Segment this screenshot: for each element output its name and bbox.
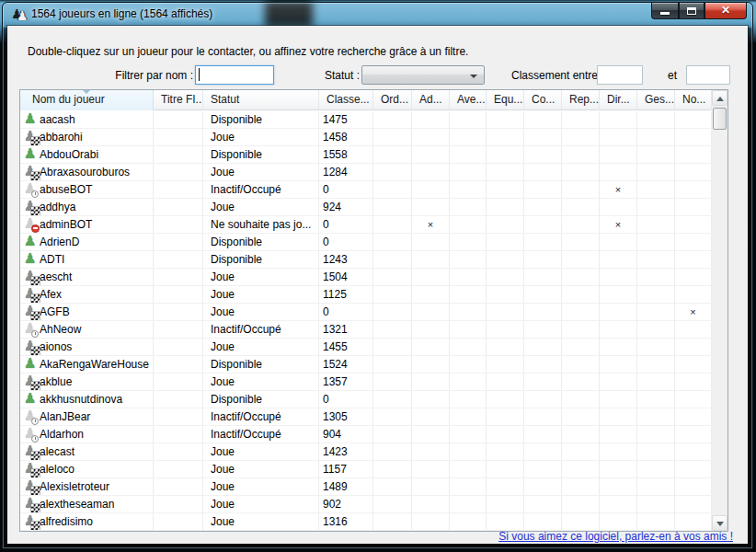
no-cell bbox=[675, 356, 712, 373]
player-row[interactable]: alfredisimoJoue1316 bbox=[20, 513, 712, 531]
column-header-ges[interactable]: Ges... bbox=[637, 90, 675, 110]
player-name-cell: akblue bbox=[20, 374, 154, 390]
player-name: aleloco bbox=[40, 461, 74, 477]
player-row[interactable]: AdrienDDisponible0 bbox=[20, 234, 712, 251]
player-row[interactable]: addhyaJoue924 bbox=[20, 199, 712, 216]
close-button[interactable]: ✕ bbox=[704, 3, 747, 19]
player-row[interactable]: AbdouOrabiDisponible1558 bbox=[20, 146, 712, 164]
pawn-playing-icon bbox=[23, 270, 38, 285]
rep-cell bbox=[562, 251, 600, 268]
maximize-button[interactable] bbox=[679, 3, 704, 19]
checkerboard-badge-icon bbox=[31, 277, 40, 285]
column-header-statut[interactable]: Statut bbox=[203, 90, 319, 110]
player-row[interactable]: AlanJBearInactif/Occupé1305 bbox=[20, 408, 712, 426]
column-header-ord[interactable]: Ord... bbox=[373, 90, 412, 110]
ad-cell bbox=[412, 146, 450, 163]
rating-max-input[interactable] bbox=[686, 65, 730, 85]
rep-cell bbox=[562, 426, 600, 443]
ad-cell bbox=[412, 339, 450, 355]
player-row[interactable]: alextheseamanJoue902 bbox=[20, 496, 712, 513]
column-header-titre[interactable]: Titre FI... bbox=[154, 90, 203, 110]
ave-cell bbox=[450, 216, 487, 233]
ave-cell bbox=[450, 496, 487, 512]
column-header-ad[interactable]: Ad... bbox=[412, 90, 450, 110]
ges-cell bbox=[637, 216, 675, 233]
ad-cell bbox=[412, 443, 450, 460]
player-row[interactable]: AfexJoue1125 bbox=[20, 286, 712, 304]
statut-cell: Inactif/Occupé bbox=[203, 426, 319, 443]
column-header-equ[interactable]: Equ... bbox=[487, 90, 524, 110]
classe-cell: 1458 bbox=[319, 129, 373, 145]
ord-cell bbox=[373, 496, 412, 512]
equ-cell bbox=[487, 251, 524, 268]
ges-cell bbox=[637, 496, 675, 512]
no-cell bbox=[675, 111, 712, 128]
share-software-link[interactable]: Si vous aimez ce logiciel, parlez-en à v… bbox=[498, 530, 733, 543]
player-name-cell: addhya bbox=[20, 199, 154, 215]
player-name: abuseBOT bbox=[40, 181, 92, 198]
player-row[interactable]: AGFBJoue0× bbox=[20, 304, 712, 321]
player-row[interactable]: AldarhonInactif/Occupé904 bbox=[20, 426, 712, 443]
titre-cell bbox=[154, 374, 203, 390]
co-cell bbox=[524, 408, 562, 425]
scroll-down-button[interactable] bbox=[712, 515, 727, 531]
player-row[interactable]: aacashDisponible1475 bbox=[20, 111, 712, 129]
ord-cell bbox=[373, 461, 412, 477]
player-row[interactable]: akblueJoue1357 bbox=[20, 374, 712, 391]
classe-cell: 1489 bbox=[319, 478, 373, 495]
ges-cell bbox=[637, 374, 675, 390]
player-row[interactable]: aionosJoue1455 bbox=[20, 339, 712, 356]
vertical-scrollbar[interactable] bbox=[712, 90, 727, 531]
player-row[interactable]: AkaRengaWareHouseDisponible1524 bbox=[20, 356, 712, 374]
player-row[interactable]: AhNeowInactif/Occupé1321 bbox=[20, 321, 712, 339]
rep-cell bbox=[562, 181, 600, 198]
column-header-rep[interactable]: Rep... bbox=[562, 90, 600, 110]
rep-cell bbox=[562, 478, 600, 495]
filter-name-input[interactable] bbox=[195, 65, 274, 85]
ges-cell bbox=[637, 339, 675, 355]
statut-cell: Joue bbox=[203, 286, 319, 303]
scrollbar-thumb[interactable] bbox=[713, 108, 727, 130]
checkerboard-badge-icon bbox=[31, 137, 40, 145]
clock-badge-icon bbox=[31, 190, 39, 198]
statut-cell: Joue bbox=[203, 269, 319, 285]
status-dropdown[interactable] bbox=[361, 65, 485, 85]
player-row[interactable]: alecastJoue1423 bbox=[20, 443, 712, 461]
player-row[interactable]: abuseBOTInactif/Occupé0× bbox=[20, 181, 712, 199]
player-row[interactable]: akkhusnutdinovaDisponible0 bbox=[20, 391, 712, 408]
rating-min-input[interactable] bbox=[597, 65, 643, 85]
ad-cell bbox=[412, 199, 450, 215]
statut-cell: Disponible bbox=[203, 391, 319, 408]
player-name-cell: AbdouOrabi bbox=[20, 146, 154, 163]
co-cell bbox=[524, 199, 562, 215]
player-row[interactable]: ADTIDisponible1243 bbox=[20, 251, 712, 269]
player-row[interactable]: abbarohiJoue1458 bbox=[20, 129, 712, 146]
classe-cell: 1524 bbox=[319, 356, 373, 373]
player-row[interactable]: aeschtJoue1504 bbox=[20, 269, 712, 286]
minimize-button[interactable] bbox=[651, 3, 679, 19]
player-row[interactable]: AbraxasouroburosJoue1284 bbox=[20, 164, 712, 181]
column-header-classe[interactable]: Classe... bbox=[319, 90, 373, 110]
checkerboard-badge-icon bbox=[31, 294, 40, 303]
player-row[interactable]: adminBOTNe souhaite pas jo...0×× bbox=[20, 216, 712, 234]
ges-cell bbox=[637, 181, 675, 198]
player-row[interactable]: alelocoJoue1157 bbox=[20, 461, 712, 478]
titre-cell bbox=[154, 199, 203, 215]
co-cell bbox=[524, 216, 562, 233]
column-header-co[interactable]: Co... bbox=[524, 90, 562, 110]
dir-cell bbox=[600, 461, 637, 477]
column-header-dir[interactable]: Dir... bbox=[600, 90, 637, 110]
titlebar[interactable]: ♟︎ ♟︎ 1564 joueurs en ligne (1564 affich… bbox=[3, 3, 752, 26]
dir-cell bbox=[600, 391, 637, 408]
scroll-up-button[interactable] bbox=[712, 90, 727, 106]
pawn-available-icon bbox=[23, 357, 38, 373]
titre-cell bbox=[154, 216, 203, 233]
player-row[interactable]: AlexisletroteurJoue1489 bbox=[20, 478, 712, 496]
ave-cell bbox=[450, 164, 487, 180]
column-header-ave[interactable]: Ave... bbox=[450, 90, 487, 110]
player-name: aacash bbox=[40, 111, 75, 128]
column-header-name[interactable]: Nom du joueur bbox=[20, 90, 154, 110]
no-cell bbox=[675, 391, 712, 408]
column-header-no[interactable]: No... bbox=[675, 90, 712, 110]
clock-badge-icon bbox=[31, 418, 39, 425]
